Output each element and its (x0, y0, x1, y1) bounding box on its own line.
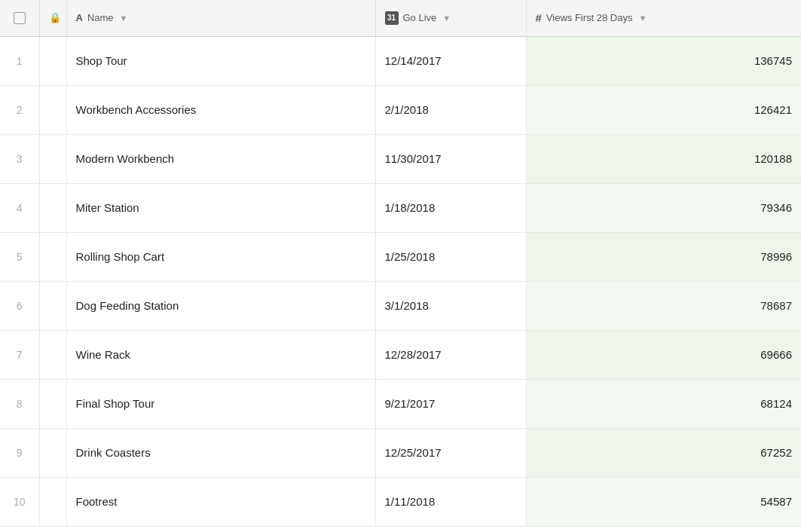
row-number: 6 (0, 281, 39, 330)
row-name: Workbench Accessories (66, 85, 375, 134)
row-views: 136745 (526, 36, 801, 85)
row-views: 68124 (526, 379, 801, 428)
row-lock-cell (39, 85, 66, 134)
row-lock-cell (39, 281, 66, 330)
checkbox-header-cell[interactable] (0, 0, 39, 36)
row-lock-cell (39, 330, 66, 379)
views-sort-arrow: ▼ (638, 14, 647, 23)
row-golive: 2/1/2018 (375, 85, 526, 134)
row-golive: 12/14/2017 (375, 36, 526, 85)
row-golive: 1/25/2018 (375, 232, 526, 281)
row-number: 1 (0, 36, 39, 85)
row-views: 79346 (526, 183, 801, 232)
name-header-cell[interactable]: A Name ▼ (66, 0, 375, 36)
row-lock-cell (39, 232, 66, 281)
row-views: 78996 (526, 232, 801, 281)
select-all-checkbox[interactable] (14, 12, 26, 24)
row-lock-cell (39, 183, 66, 232)
row-name: Modern Workbench (66, 134, 375, 183)
row-golive: 12/28/2017 (375, 330, 526, 379)
table-row[interactable]: 2Workbench Accessories2/1/2018126421 (0, 85, 801, 134)
table-row[interactable]: 4Miter Station1/18/201879346 (0, 183, 801, 232)
table-row[interactable]: 1Shop Tour12/14/2017136745 (0, 36, 801, 85)
row-lock-cell (39, 428, 66, 477)
row-number: 4 (0, 183, 39, 232)
table-header-row: 🔒 A Name ▼ 31 Go Live ▼ (0, 0, 801, 36)
data-table: 🔒 A Name ▼ 31 Go Live ▼ (0, 0, 801, 527)
name-column-label: Name (87, 12, 114, 23)
row-name: Shop Tour (66, 36, 375, 85)
row-number: 8 (0, 379, 39, 428)
table-row[interactable]: 8Final Shop Tour9/21/201768124 (0, 379, 801, 428)
row-golive: 11/30/2017 (375, 134, 526, 183)
name-sort-arrow: ▼ (120, 14, 128, 23)
row-name: Footrest (66, 477, 375, 526)
table-row[interactable]: 3Modern Workbench11/30/2017120188 (0, 134, 801, 183)
row-name: Miter Station (66, 183, 375, 232)
lock-header-cell: 🔒 (39, 0, 66, 36)
row-lock-cell (39, 379, 66, 428)
table-body: 1Shop Tour12/14/20171367452Workbench Acc… (0, 36, 801, 526)
row-golive: 9/21/2017 (375, 379, 526, 428)
row-number: 9 (0, 428, 39, 477)
row-views: 54587 (526, 477, 801, 526)
row-golive: 1/18/2018 (375, 183, 526, 232)
golive-sort-arrow: ▼ (442, 14, 451, 23)
name-sort-icon: A (76, 12, 83, 23)
row-name: Dog Feeding Station (66, 281, 375, 330)
row-views: 126421 (526, 85, 801, 134)
table-row[interactable]: 10Footrest1/11/201854587 (0, 477, 801, 526)
lock-icon: 🔒 (49, 12, 61, 23)
table-row[interactable]: 6Dog Feeding Station3/1/201878687 (0, 281, 801, 330)
row-name: Rolling Shop Cart (66, 232, 375, 281)
row-number: 2 (0, 85, 39, 134)
row-name: Drink Coasters (66, 428, 375, 477)
row-number: 3 (0, 134, 39, 183)
table-row[interactable]: 5Rolling Shop Cart1/25/201878996 (0, 232, 801, 281)
table-row[interactable]: 7Wine Rack12/28/201769666 (0, 330, 801, 379)
hash-icon: # (536, 11, 542, 24)
row-number: 10 (0, 477, 39, 526)
golive-column-label: Go Live (403, 12, 437, 23)
row-views: 67252 (526, 428, 801, 477)
table-container: 🔒 A Name ▼ 31 Go Live ▼ (0, 0, 801, 532)
row-views: 78687 (526, 281, 801, 330)
views-header-cell[interactable]: # Views First 28 Days ▼ (526, 0, 801, 36)
row-golive: 3/1/2018 (375, 281, 526, 330)
calendar-icon: 31 (385, 11, 399, 25)
row-name: Final Shop Tour (66, 379, 375, 428)
row-golive: 12/25/2017 (375, 428, 526, 477)
row-lock-cell (39, 36, 66, 85)
row-number: 7 (0, 330, 39, 379)
row-name: Wine Rack (66, 330, 375, 379)
row-golive: 1/11/2018 (375, 477, 526, 526)
row-views: 120188 (526, 134, 801, 183)
row-lock-cell (39, 477, 66, 526)
table-row[interactable]: 9Drink Coasters12/25/201767252 (0, 428, 801, 477)
row-lock-cell (39, 134, 66, 183)
golive-header-cell[interactable]: 31 Go Live ▼ (375, 0, 526, 36)
row-views: 69666 (526, 330, 801, 379)
row-number: 5 (0, 232, 39, 281)
views-column-label: Views First 28 Days (546, 12, 633, 23)
